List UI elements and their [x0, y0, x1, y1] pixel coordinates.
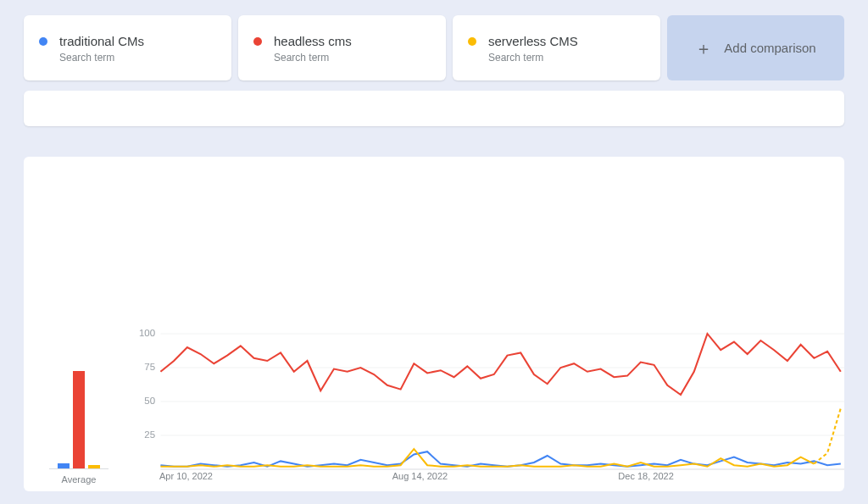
- svg-text:25: 25: [144, 429, 155, 440]
- term-color-dot: [468, 37, 476, 46]
- series-line: [160, 334, 840, 395]
- average-bars: [49, 342, 108, 469]
- line-chart-svg: 255075100: [134, 334, 844, 469]
- term-texts: traditional CMs Search term: [59, 34, 144, 64]
- average-label: Average: [24, 474, 134, 485]
- average-bar: [88, 465, 100, 469]
- x-tick-label: Apr 10, 2022: [159, 471, 213, 481]
- term-card-2[interactable]: headless cms Search term: [238, 15, 446, 80]
- term-texts: serverless CMS Search term: [488, 34, 578, 64]
- term-texts: headless cms Search term: [274, 34, 352, 64]
- svg-text:75: 75: [144, 362, 155, 372]
- x-axis-labels: Apr 10, 2022Aug 14, 2022Dec 18, 2022: [159, 471, 844, 485]
- svg-text:100: 100: [139, 328, 155, 338]
- add-comparison-label: Add comparison: [724, 41, 815, 55]
- term-card-3[interactable]: serverless CMS Search term: [453, 15, 660, 80]
- plus-icon: ＋: [695, 40, 712, 57]
- term-color-dot: [39, 37, 47, 46]
- average-bar: [58, 463, 70, 468]
- term-label: traditional CMs: [59, 34, 144, 48]
- interest-over-time-panel: Average 255075100 Apr 10, 2022Aug 14, 20…: [24, 157, 844, 491]
- add-comparison-button[interactable]: ＋ Add comparison: [667, 15, 844, 80]
- term-subtitle: Search term: [59, 52, 144, 64]
- term-subtitle: Search term: [274, 52, 352, 64]
- comparison-cards-row: traditional CMs Search term headless cms…: [0, 0, 868, 87]
- x-tick-label: Dec 18, 2022: [618, 471, 673, 481]
- average-column: Average: [24, 327, 134, 485]
- filters-bar[interactable]: [24, 91, 844, 126]
- svg-text:50: 50: [144, 396, 155, 406]
- series-line: [160, 451, 840, 467]
- term-subtitle: Search term: [488, 52, 578, 64]
- term-color-dot: [253, 37, 262, 46]
- term-card-1[interactable]: traditional CMs Search term: [24, 15, 231, 80]
- line-chart[interactable]: 255075100 Apr 10, 2022Aug 14, 2022Dec 18…: [134, 327, 844, 485]
- series-line-forecast: [814, 408, 840, 464]
- x-tick-label: Aug 14, 2022: [392, 471, 448, 481]
- chart-strip: Average 255075100 Apr 10, 2022Aug 14, 20…: [24, 327, 844, 485]
- term-label: serverless CMS: [488, 34, 578, 48]
- average-bar: [73, 371, 85, 469]
- term-label: headless cms: [274, 34, 352, 48]
